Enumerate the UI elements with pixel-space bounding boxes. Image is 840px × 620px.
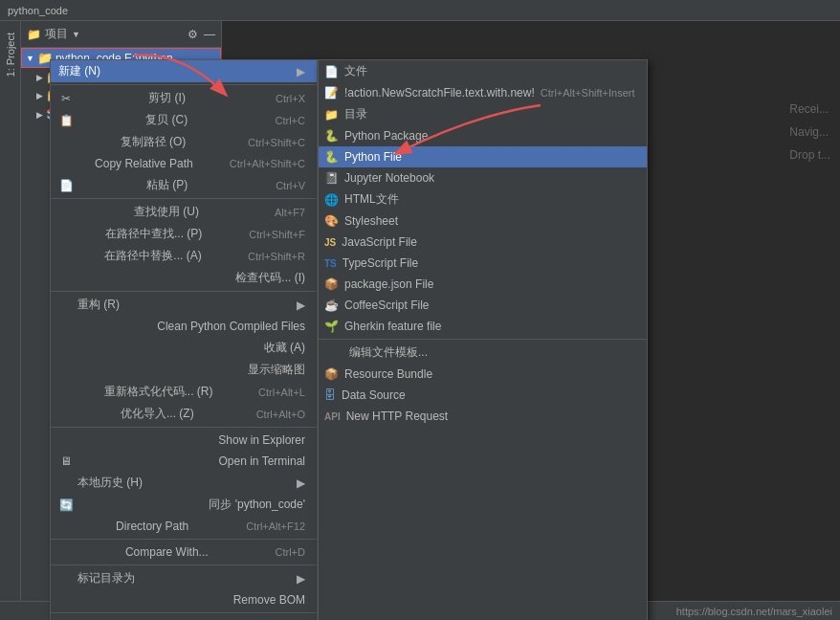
project-panel: 📁 项目 ▼ ⚙ — ▼ 📁 python_code E:\python_ ▶ … <box>21 21 222 620</box>
menu-item-refactor[interactable]: 重构 (R) ▶ <box>51 294 317 316</box>
menu-item-cut[interactable]: ✂ 剪切 (I) Ctrl+X <box>51 87 317 109</box>
menu-item-copy-path[interactable]: 复制路径 (O) Ctrl+Shift+C <box>51 131 317 153</box>
menu-item-local-history[interactable]: 本地历史 (H) ▶ <box>51 472 317 494</box>
ts-icon: TS <box>324 258 337 269</box>
copy-label: 复贝 (C) <box>145 112 188 128</box>
find-path-label: 在路径中查找... (P) <box>105 226 202 242</box>
submenu-item-stylesheet[interactable]: 🎨 Stylesheet <box>319 210 647 232</box>
menu-item-remove-bom[interactable]: Remove BOM <box>51 589 317 610</box>
refactor-label: 重构 (R) <box>77 297 120 313</box>
replace-path-shortcut: Ctrl+Shift+R <box>248 251 305 262</box>
expand-arrow: ▼ <box>26 54 34 63</box>
refactor-arrow-icon: ▶ <box>297 299 305 312</box>
resource-icon: 📦 <box>324 367 339 381</box>
submenu-item-coffeescript[interactable]: ☕ CoffeeScript File <box>319 295 647 316</box>
submenu-item-html[interactable]: 🌐 HTML文件 <box>319 188 647 210</box>
menu-item-inspect[interactable]: 检查代码... (I) <box>51 267 317 289</box>
submenu-item-directory[interactable]: 📁 目录 <box>319 103 647 125</box>
project-dropdown[interactable]: 项目 <box>45 26 68 42</box>
submenu-pkgjson-label: package.json File <box>344 277 433 291</box>
separator-2 <box>51 198 317 199</box>
paste-shortcut: Ctrl+V <box>276 180 305 191</box>
expand-arrow: ▶ <box>36 91 43 100</box>
separator-4 <box>51 427 317 428</box>
menu-item-copy[interactable]: 📋 复贝 (C) Ctrl+C <box>51 109 317 131</box>
menu-item-diagrams[interactable]: Diagrams ▶ <box>51 615 317 620</box>
cut-shortcut: Ctrl+X <box>276 93 305 104</box>
submenu-item-data-source[interactable]: 🗄 Data Source <box>319 385 647 406</box>
gherkin-icon: 🌱 <box>324 320 339 333</box>
mark-arrow-icon: ▶ <box>297 572 305 586</box>
remove-bom-label: Remove BOM <box>233 593 305 607</box>
submenu-item-python-file[interactable]: 🐍 Python File <box>319 146 647 167</box>
inspect-label: 检查代码... (I) <box>235 270 305 286</box>
menu-item-copy-rel-path[interactable]: Copy Relative Path Ctrl+Alt+Shift+C <box>51 153 317 174</box>
submenu-item-http-request[interactable]: API New HTTP Request <box>319 406 647 427</box>
menu-item-open-terminal[interactable]: 🖥 Open in Terminal <box>51 451 317 472</box>
menu-item-mark-dir[interactable]: 标记目录为 ▶ <box>51 567 317 589</box>
scratch-shortcut: Ctrl+Alt+Shift+Insert <box>541 87 635 99</box>
submenu-new: 📄 文件 📝 !action.NewScratchFile.text.with.… <box>318 59 648 620</box>
submenu-item-scratch[interactable]: 📝 !action.NewScratchFile.text.with.new! … <box>319 82 647 103</box>
side-tab[interactable]: 1: Project <box>0 21 21 620</box>
optimize-label: 优化导入... (Z) <box>121 406 194 422</box>
separator-5 <box>51 539 317 540</box>
history-label: 本地历史 (H) <box>77 475 143 491</box>
submenu-item-edit-template[interactable]: 编辑文件模板... <box>319 342 647 364</box>
menu-item-paste[interactable]: 📄 粘贴 (P) Ctrl+V <box>51 174 317 196</box>
project-header: 📁 项目 ▼ ⚙ — <box>21 21 221 48</box>
js-icon: JS <box>324 237 336 248</box>
pkgjson-icon: 📦 <box>324 277 339 291</box>
sync-icon: 🔄 <box>58 498 74 512</box>
css-icon: 🎨 <box>324 214 339 228</box>
submenu-separator-1 <box>319 339 647 340</box>
submenu-item-python-package[interactable]: 🐍 Python Package <box>319 125 647 146</box>
find-usages-label: 查找使用 (U) <box>134 204 199 220</box>
menu-item-dir-path[interactable]: Directory Path Ctrl+Alt+F12 <box>51 516 317 537</box>
submenu-item-jupyter[interactable]: 📓 Jupyter Notebook <box>319 167 647 188</box>
menu-item-find-path[interactable]: 在路径中查找... (P) Ctrl+Shift+F <box>51 223 317 245</box>
menu-item-replace-path[interactable]: 在路径中替换... (A) Ctrl+Shift+R <box>51 245 317 267</box>
submenu-item-package-json[interactable]: 📦 package.json File <box>319 274 647 295</box>
status-url: https://blog.csdn.net/mars_xiaolei <box>676 606 832 617</box>
menu-item-collect[interactable]: 收藏 (A) <box>51 337 317 359</box>
menu-item-show-explorer[interactable]: Show in Explorer <box>51 430 317 451</box>
submenu-item-gherkin[interactable]: 🌱 Gherkin feature file <box>319 316 647 337</box>
submenu-resource-label: Resource Bundle <box>344 367 432 381</box>
menu-item-optimize[interactable]: 优化导入... (Z) Ctrl+Alt+O <box>51 403 317 425</box>
context-menu: 新建 (N) ▶ ✂ 剪切 (I) Ctrl+X 📋 复贝 (C) Ctrl+C… <box>50 59 318 620</box>
jupyter-icon: 📓 <box>324 171 339 185</box>
menu-item-find-usages[interactable]: 查找使用 (U) Alt+F7 <box>51 201 317 223</box>
sync-label: 同步 'python_code' <box>209 497 305 513</box>
submenu-coffee-label: CoffeeScript File <box>344 299 429 312</box>
menu-item-compare[interactable]: Compare With... Ctrl+D <box>51 542 317 563</box>
submenu-item-file[interactable]: 📄 文件 <box>319 60 647 82</box>
right-line-3: Drop t... <box>789 144 830 166</box>
minimize-icon[interactable]: — <box>204 28 215 41</box>
submenu-item-typescript[interactable]: TS TypeScript File <box>319 253 647 274</box>
file-icon: 📄 <box>324 65 339 78</box>
submenu-edit-template-label: 编辑文件模板... <box>349 344 428 361</box>
compare-shortcut: Ctrl+D <box>276 546 305 558</box>
dropdown-arrow-icon[interactable]: ▼ <box>72 30 80 39</box>
submenu-pypkg-label: Python Package <box>344 129 428 143</box>
html-icon: 🌐 <box>324 193 339 207</box>
submenu-jupyter-label: Jupyter Notebook <box>344 171 434 185</box>
menu-item-clean[interactable]: Clean Python Compiled Files <box>51 316 317 337</box>
submenu-item-javascript[interactable]: JS JavaScript File <box>319 232 647 253</box>
submenu-item-resource-bundle[interactable]: 📦 Resource Bundle <box>319 364 647 385</box>
copy-shortcut: Ctrl+C <box>276 115 305 126</box>
copy-path-label: 复制路径 (O) <box>121 134 187 150</box>
gear-icon[interactable]: ⚙ <box>188 28 198 41</box>
explorer-label: Show in Explorer <box>218 433 305 447</box>
menu-item-minimap[interactable]: 显示缩略图 <box>51 359 317 381</box>
dir-path-label: Directory Path <box>116 520 188 533</box>
menu-item-new[interactable]: 新建 (N) ▶ <box>51 60 317 82</box>
dir-icon: 📁 <box>324 108 339 122</box>
minimap-label: 显示缩略图 <box>248 362 305 378</box>
separator-3 <box>51 291 317 292</box>
replace-path-label: 在路径中替换... (A) <box>104 248 201 264</box>
project-tab[interactable]: 1: Project <box>3 25 18 84</box>
menu-item-reformat[interactable]: 重新格式化代码... (R) Ctrl+Alt+L <box>51 381 317 403</box>
menu-item-sync[interactable]: 🔄 同步 'python_code' <box>51 494 317 516</box>
